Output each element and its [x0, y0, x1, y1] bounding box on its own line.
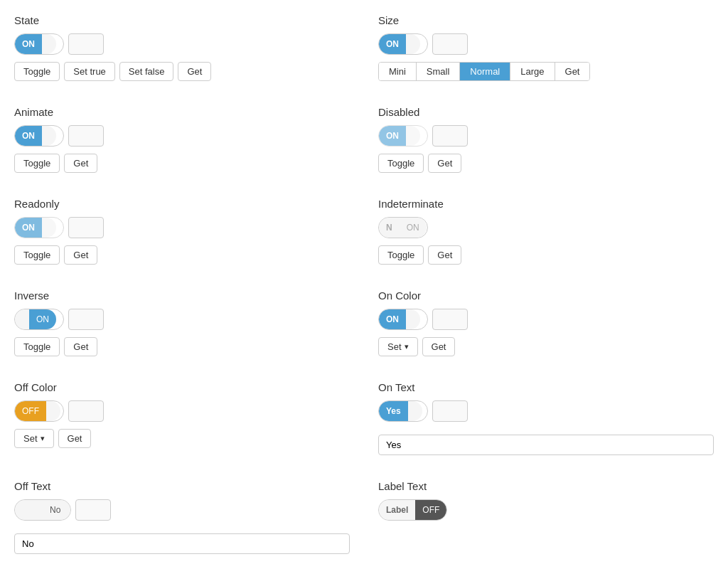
- on-color-set-btn[interactable]: Set: [378, 337, 418, 356]
- indeterminate-toggle[interactable]: N ON: [378, 217, 428, 238]
- state-section: State ON Toggle Set true Set false Get: [14, 14, 350, 81]
- on-color-toggle-container: ON: [378, 309, 714, 330]
- animate-toggle[interactable]: ON: [14, 125, 64, 147]
- off-color-section: Off Color OFF Set Get: [14, 381, 350, 455]
- disabled-btn-row: Toggle Get: [378, 154, 714, 173]
- size-toggle-container: ON: [378, 33, 714, 55]
- label-text-section: Label Text Label OFF: [378, 480, 714, 554]
- label-text-title: Label Text: [378, 480, 714, 492]
- label-text-toggle-label: Label: [379, 500, 415, 520]
- readonly-btn-row: Toggle Get: [14, 245, 350, 265]
- size-title: Size: [378, 14, 714, 26]
- disabled-title: Disabled: [378, 106, 714, 118]
- label-text-toggle[interactable]: Label OFF: [378, 499, 447, 521]
- animate-output: [68, 125, 104, 147]
- off-color-toggle[interactable]: OFF: [14, 400, 64, 422]
- on-text-section: On Text Yes: [378, 381, 714, 455]
- readonly-get-btn[interactable]: Get: [64, 245, 97, 265]
- on-color-get-btn[interactable]: Get: [422, 337, 456, 356]
- size-normal-btn[interactable]: Normal: [460, 63, 510, 80]
- indeterminate-get-btn[interactable]: Get: [428, 245, 461, 265]
- on-text-output: [432, 400, 468, 422]
- state-toggle-btn[interactable]: Toggle: [14, 62, 60, 81]
- disabled-section: Disabled ON Toggle Get: [378, 106, 714, 173]
- off-text-input[interactable]: [14, 533, 350, 554]
- off-text-toggle-on: [15, 500, 43, 520]
- size-toggle[interactable]: ON: [378, 33, 428, 55]
- inverse-toggle[interactable]: ON: [14, 309, 64, 330]
- off-color-toggle-off: OFF: [15, 401, 46, 421]
- size-mini-btn[interactable]: Mini: [379, 63, 417, 80]
- readonly-toggle-btn[interactable]: Toggle: [14, 245, 60, 265]
- disabled-output: [432, 125, 468, 147]
- inverse-toggle-on: ON: [29, 309, 56, 329]
- on-color-section: On Color ON Set Get: [378, 289, 714, 356]
- animate-title: Animate: [14, 106, 350, 118]
- disabled-get-btn[interactable]: Get: [428, 154, 461, 173]
- inverse-get-btn[interactable]: Get: [64, 337, 97, 356]
- on-text-title: On Text: [378, 381, 714, 393]
- on-color-toggle-on: ON: [379, 309, 406, 329]
- readonly-toggle-container: ON: [14, 217, 350, 238]
- size-small-btn[interactable]: Small: [417, 63, 461, 80]
- label-text-toggle-off: OFF: [415, 500, 446, 520]
- state-set-false-btn[interactable]: Set false: [119, 62, 174, 81]
- on-text-input[interactable]: [378, 435, 714, 455]
- off-text-toggle-container: No: [14, 499, 350, 521]
- off-text-title: Off Text: [14, 480, 350, 492]
- state-set-true-btn[interactable]: Set true: [64, 62, 115, 81]
- readonly-section: Readonly ON Toggle Get: [14, 198, 350, 265]
- state-toggle-container: ON: [14, 33, 350, 55]
- disabled-toggle-btn[interactable]: Toggle: [378, 154, 424, 173]
- on-text-toggle-on: Yes: [379, 401, 408, 421]
- off-text-output: [75, 499, 111, 521]
- on-text-toggle-off: [408, 401, 422, 421]
- state-get-btn[interactable]: Get: [178, 62, 211, 81]
- off-color-toggle-container: OFF: [14, 400, 350, 422]
- animate-toggle-container: ON: [14, 125, 350, 147]
- state-toggle[interactable]: ON: [14, 33, 64, 55]
- inverse-title: Inverse: [14, 289, 350, 302]
- state-btn-row: Toggle Set true Set false Get: [14, 62, 350, 81]
- readonly-output: [68, 217, 104, 238]
- off-color-get-btn[interactable]: Get: [58, 429, 92, 448]
- readonly-toggle[interactable]: ON: [14, 217, 64, 238]
- on-color-toggle[interactable]: ON: [378, 309, 428, 330]
- size-get-btn[interactable]: Get: [555, 63, 590, 80]
- state-output: [68, 33, 104, 55]
- off-text-toggle[interactable]: No: [14, 499, 71, 521]
- inverse-btn-row: Toggle Get: [14, 337, 350, 356]
- inverse-output: [68, 309, 104, 330]
- off-color-toggle-on: [46, 401, 60, 421]
- indeterminate-toggle-container: N ON: [378, 217, 714, 238]
- off-color-set-btn[interactable]: Set: [14, 429, 54, 448]
- animate-toggle-on: ON: [15, 126, 42, 146]
- size-large-btn[interactable]: Large: [510, 63, 555, 80]
- off-text-section: Off Text No: [14, 480, 350, 554]
- off-color-btn-row: Set Get: [14, 429, 350, 448]
- off-color-output: [68, 400, 104, 422]
- disabled-toggle-off: [406, 126, 420, 146]
- size-btn-row: Mini Small Normal Large Get: [378, 62, 590, 81]
- on-text-toggle[interactable]: Yes: [378, 400, 428, 422]
- inverse-toggle-container: ON: [14, 309, 350, 330]
- disabled-toggle[interactable]: ON: [378, 125, 428, 147]
- animate-section: Animate ON Toggle Get: [14, 106, 350, 173]
- on-color-output: [432, 309, 468, 330]
- readonly-toggle-on: ON: [15, 218, 42, 238]
- size-section: Size ON Mini Small Normal Large Get: [378, 14, 714, 81]
- animate-toggle-off: [42, 126, 56, 146]
- indeterminate-section: Indeterminate N ON Toggle Get: [378, 198, 714, 265]
- label-text-toggle-container: Label OFF: [378, 499, 714, 521]
- animate-toggle-btn[interactable]: Toggle: [14, 154, 60, 173]
- on-color-toggle-off: [406, 309, 420, 329]
- animate-get-btn[interactable]: Get: [64, 154, 97, 173]
- inverse-section: Inverse ON Toggle Get: [14, 289, 350, 356]
- inverse-toggle-btn[interactable]: Toggle: [14, 337, 60, 356]
- indeterminate-toggle-right: ON: [400, 218, 427, 238]
- indeterminate-btn-row: Toggle Get: [378, 245, 714, 265]
- state-title: State: [14, 14, 350, 26]
- disabled-toggle-container: ON: [378, 125, 714, 147]
- indeterminate-toggle-btn[interactable]: Toggle: [378, 245, 424, 265]
- animate-btn-row: Toggle Get: [14, 154, 350, 173]
